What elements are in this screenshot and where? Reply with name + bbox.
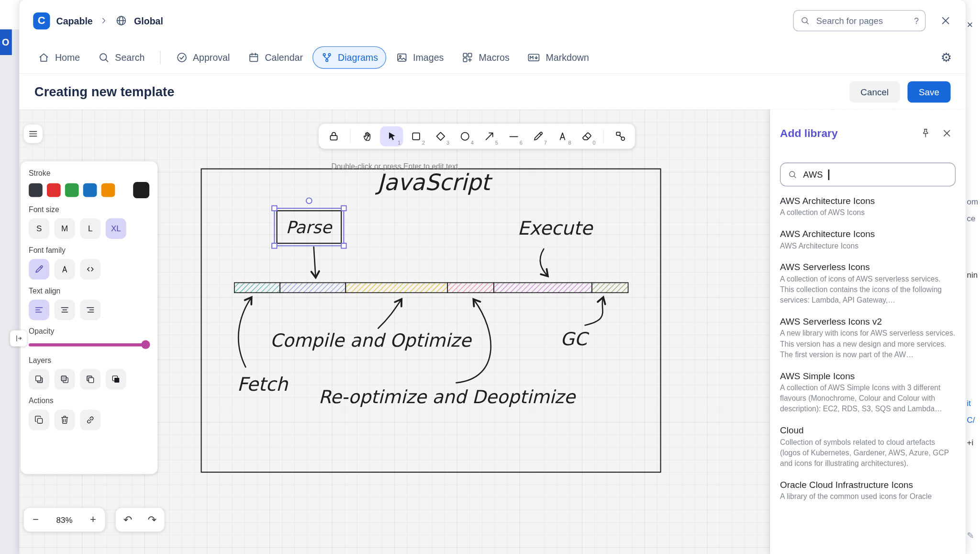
bar-segment-blue[interactable]: [280, 283, 345, 293]
bar-segment-teal[interactable]: [234, 283, 280, 293]
font-size-l[interactable]: L: [80, 218, 100, 239]
help-icon[interactable]: ?: [914, 16, 919, 25]
font-size-m[interactable]: M: [55, 218, 75, 239]
breadcrumb-space[interactable]: Global: [134, 15, 163, 26]
arrow-gc-to-bar[interactable]: [585, 298, 603, 325]
resize-handle-se[interactable]: [341, 243, 346, 248]
send-backward-button[interactable]: [55, 369, 75, 390]
arrow-compile-to-bar[interactable]: [378, 300, 401, 328]
tool-eraser[interactable]: 0: [575, 126, 598, 147]
library-search-box[interactable]: AWS: [780, 163, 956, 187]
execute-label[interactable]: Execute: [518, 217, 594, 239]
library-item[interactable]: AWS Architecture Icons A collection of A…: [780, 196, 956, 218]
segmented-bar[interactable]: [234, 283, 628, 293]
library-item[interactable]: AWS Simple Icons A collection of AWS Sim…: [780, 371, 956, 415]
pin-panel-button[interactable]: [917, 124, 935, 142]
library-item[interactable]: Oracle Cloud Infrastructure Icons A libr…: [780, 480, 956, 502]
stroke-swatch-blue[interactable]: [83, 183, 97, 197]
arrow-execute-to-bar[interactable]: [540, 249, 547, 276]
library-item[interactable]: Cloud Collection of symbols related to c…: [780, 426, 956, 470]
canvas-menu-button[interactable]: [24, 124, 43, 143]
font-hand-drawn-button[interactable]: [29, 259, 49, 280]
align-right-button[interactable]: [80, 300, 100, 320]
tool-more-shapes[interactable]: [609, 126, 632, 147]
align-center-button[interactable]: [55, 300, 75, 320]
outer-container-rect[interactable]: [201, 169, 661, 472]
delete-button[interactable]: [55, 410, 75, 430]
tool-diamond[interactable]: 3: [429, 126, 452, 147]
modal-close-button[interactable]: [939, 14, 952, 27]
bring-forward-button[interactable]: [80, 369, 100, 390]
gear-icon[interactable]: ⚙: [941, 51, 952, 63]
duplicate-button[interactable]: [29, 410, 49, 430]
save-button[interactable]: Save: [907, 81, 950, 102]
diagram-title-text[interactable]: JavaScript: [375, 169, 493, 195]
bar-segment-yellow[interactable]: [345, 283, 447, 293]
zoom-value[interactable]: 83%: [47, 515, 81, 525]
nav-item-approval[interactable]: Approval: [167, 46, 238, 68]
tool-arrow[interactable]: 5: [478, 126, 501, 147]
tool-text[interactable]: 8: [551, 126, 574, 147]
font-code-button[interactable]: [80, 259, 100, 280]
cancel-button[interactable]: Cancel: [849, 81, 900, 102]
link-fragment[interactable]: C/: [967, 415, 975, 425]
breadcrumb-brand[interactable]: Capable: [56, 15, 93, 26]
library-item[interactable]: AWS Architecture Icons AWS Architecture …: [780, 229, 956, 251]
gc-label[interactable]: GC: [560, 328, 589, 350]
resize-handle-ne[interactable]: [341, 206, 346, 211]
resize-handle-sw[interactable]: [272, 243, 277, 248]
compile-label[interactable]: Compile and Optimize: [270, 330, 473, 351]
stroke-swatch-green[interactable]: [65, 183, 79, 197]
nav-item-macros[interactable]: Macros: [453, 46, 518, 68]
tool-hand[interactable]: [356, 126, 379, 147]
opacity-thumb[interactable]: [141, 340, 150, 349]
bring-to-front-button[interactable]: [106, 369, 126, 390]
tool-ellipse[interactable]: 4: [453, 126, 476, 147]
tool-rectangle[interactable]: 2: [404, 126, 427, 147]
undo-button[interactable]: ↶: [116, 513, 140, 526]
arrow-fetch-to-bar[interactable]: [238, 298, 251, 367]
font-size-xl[interactable]: XL: [106, 218, 126, 239]
nav-item-home[interactable]: Home: [29, 46, 88, 68]
tool-select[interactable]: 1: [380, 126, 403, 147]
font-normal-button[interactable]: [55, 259, 75, 280]
underlying-close-icon[interactable]: ×: [967, 19, 973, 31]
capable-logo[interactable]: C: [33, 12, 50, 29]
font-size-s[interactable]: S: [29, 218, 49, 239]
stroke-swatch-gray[interactable]: [29, 183, 43, 197]
opacity-slider[interactable]: [29, 340, 149, 349]
nav-item-calendar[interactable]: Calendar: [239, 46, 311, 68]
nav-item-diagrams[interactable]: Diagrams: [312, 46, 386, 68]
align-left-button[interactable]: [29, 300, 49, 320]
bar-segment-green[interactable]: [592, 283, 628, 293]
bar-segment-pink[interactable]: [447, 283, 494, 293]
arrow-parse-to-bar[interactable]: [314, 247, 316, 277]
send-to-back-button[interactable]: [29, 369, 49, 390]
tool-line[interactable]: 6: [502, 126, 525, 147]
nav-item-markdown[interactable]: Markdown: [519, 45, 597, 69]
zoom-in-button[interactable]: +: [81, 513, 105, 526]
diagram-canvas[interactable]: JavaScript Parse Execute: [19, 110, 965, 554]
link-button[interactable]: [80, 410, 100, 430]
stroke-swatch-red[interactable]: [47, 183, 61, 197]
nav-item-images[interactable]: Images: [388, 46, 452, 68]
bar-segment-purple[interactable]: [494, 283, 592, 293]
rotate-handle[interactable]: [306, 198, 312, 204]
reoptimize-label[interactable]: Re-optimize and Deoptimize: [319, 386, 577, 407]
close-panel-button[interactable]: [938, 124, 956, 142]
current-stroke-swatch[interactable]: [133, 182, 149, 198]
library-item[interactable]: AWS Serverless Icons A collection of ico…: [780, 262, 956, 306]
expand-sidebar-handle[interactable]: [10, 330, 27, 347]
library-item[interactable]: AWS Serverless Icons v2 A new library wi…: [780, 317, 956, 361]
stroke-swatch-orange[interactable]: [101, 183, 115, 197]
fetch-label[interactable]: Fetch: [237, 373, 288, 395]
zoom-out-button[interactable]: −: [24, 513, 48, 526]
tool-draw[interactable]: 7: [526, 126, 549, 147]
nav-item-search[interactable]: Search: [89, 46, 153, 68]
redo-button[interactable]: ↷: [140, 513, 165, 526]
parse-shape[interactable]: Parse: [277, 211, 342, 243]
tool-lock[interactable]: [322, 126, 345, 147]
page-search-box[interactable]: ?: [793, 10, 925, 31]
page-search-input[interactable]: [815, 15, 909, 26]
link-fragment[interactable]: it: [967, 398, 971, 408]
